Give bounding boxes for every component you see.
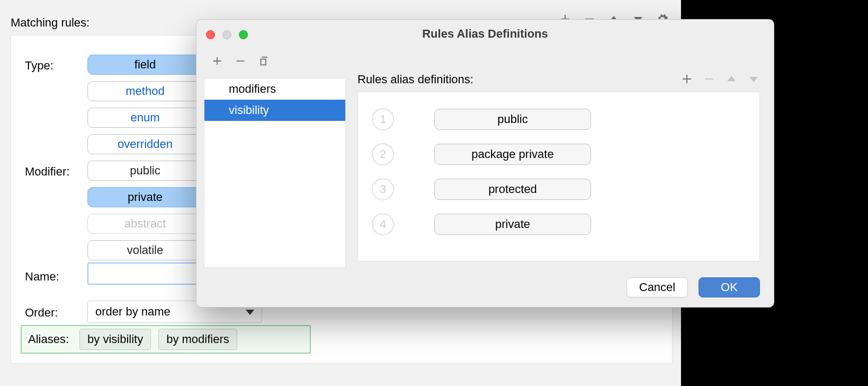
modifier-option-public[interactable]: public — [87, 161, 203, 181]
alias-chip-by-visibility[interactable]: by visibility — [79, 329, 151, 350]
dialog-titlebar: Rules Alias Definitions — [196, 20, 774, 44]
rule-pill-protected[interactable]: protected — [434, 179, 591, 200]
rule-number: 2 — [372, 143, 394, 165]
type-option-enum[interactable]: enum — [87, 108, 203, 128]
type-label: Type: — [25, 59, 53, 73]
type-option-method[interactable]: method — [87, 81, 203, 101]
modifier-option-volatile[interactable]: volatile — [87, 240, 203, 260]
aliases-box: Aliases: by visibility by modifiers — [21, 325, 311, 354]
name-label: Name: — [25, 270, 59, 284]
modifier-option-private[interactable]: private — [87, 187, 203, 207]
move-up-icon[interactable] — [725, 73, 738, 85]
type-option-overridden[interactable]: overridden — [87, 134, 203, 154]
svg-marker-2 — [727, 76, 736, 81]
chevron-down-icon — [246, 310, 254, 315]
rule-number: 3 — [372, 178, 394, 200]
alias-list[interactable]: modifiers visibility — [204, 78, 346, 268]
modifier-option-abstract: abstract — [87, 214, 203, 234]
alias-list-toolbar — [204, 51, 346, 71]
dialog-title: Rules Alias Definitions — [196, 27, 774, 41]
move-down-icon[interactable] — [747, 73, 760, 85]
remove-icon[interactable] — [703, 73, 715, 85]
rule-row[interactable]: 3 protected — [358, 172, 759, 207]
alias-list-panel: modifiers visibility — [204, 51, 346, 274]
alias-chip-by-modifiers[interactable]: by modifiers — [158, 329, 237, 350]
dialog-buttons: Cancel OK — [627, 277, 760, 297]
copy-icon[interactable] — [258, 55, 270, 67]
rule-pill-public[interactable]: public — [434, 109, 591, 130]
alias-list-item-modifiers[interactable]: modifiers — [204, 78, 345, 100]
modifier-label: Modifier: — [25, 165, 69, 179]
rule-pill-private[interactable]: private — [434, 214, 591, 235]
rules-definitions-list[interactable]: 1 public 2 package private 3 protected 4… — [357, 92, 760, 261]
aliases-label: Aliases: — [28, 332, 69, 346]
order-select-value: order by name — [95, 305, 171, 318]
add-icon[interactable] — [211, 55, 223, 67]
rules-definitions-label: Rules alias definitions: — [357, 73, 473, 86]
rule-pill-package-private[interactable]: package private — [434, 144, 591, 165]
rules-alias-dialog: Rules Alias Definitions modifiers visibi… — [196, 19, 774, 308]
rule-row[interactable]: 1 public — [358, 102, 759, 137]
matching-rules-header: Matching rules: — [11, 16, 90, 30]
order-label: Order: — [25, 306, 58, 320]
ok-button[interactable]: OK — [699, 277, 760, 297]
rule-number: 1 — [372, 108, 394, 130]
type-option-field[interactable]: field — [87, 55, 203, 75]
add-icon[interactable] — [681, 73, 693, 85]
cancel-button[interactable]: Cancel — [627, 277, 688, 297]
svg-marker-3 — [749, 77, 758, 82]
rule-number: 4 — [372, 213, 394, 235]
remove-icon[interactable] — [235, 55, 246, 67]
alias-list-item-visibility[interactable]: visibility — [204, 100, 345, 121]
rules-definitions-toolbar — [681, 73, 760, 85]
rule-row[interactable]: 4 private — [358, 207, 759, 242]
rule-row[interactable]: 2 package private — [358, 137, 759, 172]
